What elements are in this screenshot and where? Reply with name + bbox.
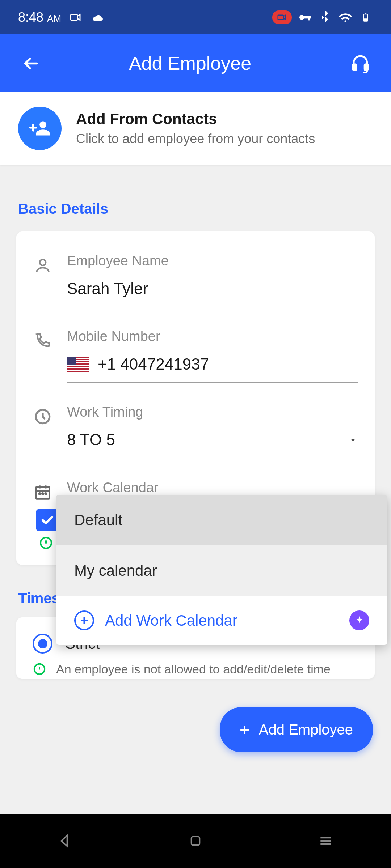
svg-rect-1 bbox=[278, 15, 283, 20]
timesheet-description-row: An employee is not allowed to add/edit/d… bbox=[33, 661, 358, 679]
clock-icon bbox=[33, 407, 52, 426]
add-work-calendar-button[interactable]: + Add Work Calendar bbox=[56, 596, 387, 645]
name-input[interactable]: Sarah Tyler bbox=[67, 280, 358, 307]
person-add-icon bbox=[18, 107, 62, 150]
nav-back-button[interactable] bbox=[54, 830, 76, 852]
fab-label: Add Employee bbox=[259, 722, 353, 738]
bluetooth-icon bbox=[318, 10, 332, 25]
video-icon bbox=[68, 10, 83, 25]
radio-selected-icon bbox=[33, 634, 52, 654]
work-calendar-dropdown: Default My calendar + Add Work Calendar bbox=[56, 495, 387, 645]
svg-point-10 bbox=[39, 121, 46, 128]
wifi-icon bbox=[338, 10, 353, 25]
timesheet-description: An employee is not allowed to add/edit/d… bbox=[56, 661, 358, 679]
svg-point-15 bbox=[42, 493, 43, 494]
svg-rect-0 bbox=[71, 14, 77, 20]
mobile-number-row: Mobile Number +1 4047241937 bbox=[33, 329, 358, 383]
cloud-icon bbox=[90, 10, 105, 25]
info-icon bbox=[33, 662, 47, 677]
page-title: Add Employee bbox=[31, 52, 349, 74]
status-right bbox=[272, 10, 373, 25]
basic-details-card: Employee Name Sarah Tyler Mobile Number … bbox=[16, 231, 375, 565]
svg-point-14 bbox=[39, 493, 40, 494]
info-icon bbox=[38, 535, 54, 550]
svg-point-16 bbox=[45, 493, 46, 494]
flag-us-icon[interactable] bbox=[67, 357, 89, 372]
add-work-calendar-label: Add Work Calendar bbox=[105, 612, 237, 629]
add-employee-button[interactable]: + Add Employee bbox=[220, 707, 373, 752]
dropdown-option-default[interactable]: Default bbox=[56, 495, 387, 545]
name-label: Employee Name bbox=[67, 253, 358, 269]
status-time: 8:48 AM bbox=[18, 10, 61, 25]
timing-value: 8 TO 5 bbox=[67, 431, 115, 448]
checkbox-checked[interactable] bbox=[36, 509, 58, 531]
phone-icon bbox=[33, 331, 52, 351]
employee-name-row: Employee Name Sarah Tyler bbox=[33, 253, 358, 307]
person-icon bbox=[33, 255, 52, 275]
mobile-input[interactable]: +1 4047241937 bbox=[67, 355, 358, 383]
svg-point-11 bbox=[39, 259, 46, 265]
work-timing-row: Work Timing 8 TO 5 bbox=[33, 404, 358, 458]
support-button[interactable] bbox=[349, 52, 371, 74]
timing-dropdown[interactable]: 8 TO 5 bbox=[67, 431, 358, 458]
svg-rect-6 bbox=[364, 18, 368, 21]
contacts-title: Add From Contacts bbox=[76, 110, 315, 128]
sparkle-icon bbox=[349, 610, 369, 630]
mobile-value: +1 4047241937 bbox=[98, 355, 209, 373]
contacts-text: Add From Contacts Click to add employee … bbox=[76, 110, 315, 146]
svg-rect-9 bbox=[364, 64, 367, 70]
svg-point-2 bbox=[299, 15, 304, 20]
svg-rect-7 bbox=[365, 13, 366, 14]
plus-icon: + bbox=[240, 720, 250, 740]
plus-circle-icon: + bbox=[74, 610, 94, 630]
svg-rect-4 bbox=[308, 16, 310, 20]
status-time-ampm: AM bbox=[47, 13, 61, 24]
svg-rect-8 bbox=[353, 64, 356, 70]
nav-recents-button[interactable] bbox=[315, 830, 337, 852]
recording-badge-icon bbox=[272, 10, 292, 24]
status-left: 8:48 AM bbox=[18, 10, 105, 25]
status-time-value: 8:48 bbox=[18, 10, 43, 25]
system-nav-bar bbox=[0, 814, 391, 868]
vpn-key-icon bbox=[298, 10, 312, 25]
calendar-icon bbox=[33, 482, 52, 502]
chevron-down-icon bbox=[348, 431, 358, 449]
contacts-subtitle: Click to add employee from your contacts bbox=[76, 131, 315, 146]
dropdown-option-my-calendar[interactable]: My calendar bbox=[56, 545, 387, 596]
svg-rect-19 bbox=[191, 837, 199, 845]
nav-home-button[interactable] bbox=[185, 830, 206, 852]
add-from-contacts-card[interactable]: Add From Contacts Click to add employee … bbox=[0, 92, 391, 165]
timing-label: Work Timing bbox=[67, 404, 358, 420]
status-bar: 8:48 AM bbox=[0, 0, 391, 34]
mobile-label: Mobile Number bbox=[67, 329, 358, 344]
battery-icon bbox=[358, 10, 373, 25]
app-bar: Add Employee bbox=[0, 34, 391, 92]
section-basic-details: Basic Details bbox=[0, 165, 391, 231]
